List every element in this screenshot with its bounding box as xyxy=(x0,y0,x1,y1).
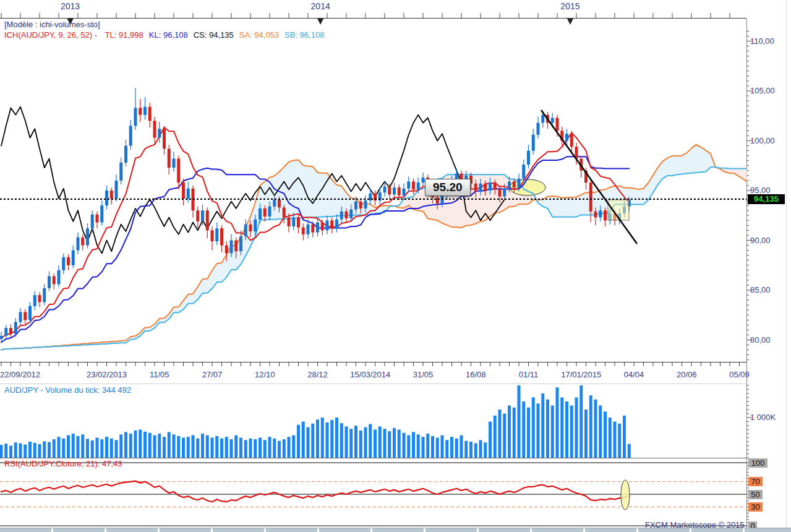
volume-bar xyxy=(326,423,329,458)
candle xyxy=(148,107,152,121)
rsi-level-badge: 70 xyxy=(748,477,763,486)
volume-bar xyxy=(230,439,233,458)
volume-bar xyxy=(211,438,214,458)
volume-bar xyxy=(628,444,631,458)
candle xyxy=(316,223,319,233)
volume-bar xyxy=(168,432,171,458)
volume-bar xyxy=(450,437,453,458)
volume-bar xyxy=(436,438,439,458)
volume-bar xyxy=(599,406,602,458)
volume-bar xyxy=(215,436,218,458)
candle xyxy=(321,223,324,231)
candle xyxy=(206,210,209,230)
candle xyxy=(594,212,597,218)
candle xyxy=(494,182,497,189)
candle xyxy=(33,295,36,306)
candle xyxy=(86,228,89,245)
volume-panel-title: AUD/JPY - Volume du tick: 344 492 xyxy=(4,385,131,395)
price-axis-label: 95,00 xyxy=(750,186,771,195)
volume-bar xyxy=(589,395,592,458)
candle xyxy=(124,146,127,163)
candle xyxy=(4,328,7,336)
volume-bar xyxy=(445,440,448,458)
volume-bar xyxy=(0,445,3,458)
volume-bar xyxy=(565,401,568,458)
rsi-panel-title: RSI(AUD/JPY.Cloture, 21): 47,43 xyxy=(4,459,122,468)
candle xyxy=(522,165,525,179)
price-callout[interactable]: 95.20 xyxy=(425,179,471,196)
candle xyxy=(268,207,272,217)
volume-bar xyxy=(14,442,17,458)
volume-bar xyxy=(594,400,597,458)
volume-bar xyxy=(508,406,511,458)
candle xyxy=(311,225,314,233)
volume-bar xyxy=(105,437,108,458)
readout-segment: SB: 96,108 xyxy=(284,30,324,40)
volume-bar xyxy=(72,434,75,458)
volume-bar xyxy=(225,437,228,458)
candle xyxy=(503,189,506,197)
date-axis-label: 15/03/2014 xyxy=(341,370,400,379)
volume-bar xyxy=(374,430,377,458)
rsi-level-badge: 100 xyxy=(748,458,767,468)
candle xyxy=(62,257,65,270)
candle xyxy=(77,238,80,251)
volume-bar xyxy=(43,441,46,458)
volume-bar xyxy=(153,435,156,458)
candle xyxy=(143,107,147,115)
candle xyxy=(604,210,607,220)
candle xyxy=(220,228,223,245)
volume-bar xyxy=(254,439,257,458)
candle xyxy=(244,225,247,236)
candle xyxy=(288,217,291,226)
candle xyxy=(599,210,602,217)
volume-bar xyxy=(9,446,12,458)
volume-bar xyxy=(196,439,199,458)
candle xyxy=(225,246,228,254)
candle xyxy=(43,288,46,302)
readout-segment: KL: 96,108 xyxy=(149,30,188,40)
candle xyxy=(215,228,218,241)
volume-bar xyxy=(398,430,401,458)
volume-bar xyxy=(58,437,61,458)
date-axis-label: 05/09 xyxy=(710,370,769,379)
candle xyxy=(182,182,185,199)
volume-bar xyxy=(77,436,80,458)
horizontal-scrollbar[interactable] xyxy=(0,528,791,532)
candle xyxy=(48,276,51,288)
fxcm-marketscope-window: 201320142015110,00105,00100,0095,0090,00… xyxy=(0,0,791,532)
volume-bar xyxy=(220,439,223,458)
candle xyxy=(53,276,56,284)
candle xyxy=(158,129,161,137)
volume-bar xyxy=(239,438,242,458)
volume-bar xyxy=(292,435,295,458)
volume-bar xyxy=(297,425,300,458)
candle xyxy=(403,189,406,195)
candle xyxy=(139,108,142,114)
price-axis-label: 85,00 xyxy=(750,285,771,294)
volume-bar xyxy=(330,420,333,458)
volume-bar xyxy=(321,418,324,458)
candle xyxy=(474,184,477,192)
date-axis-label: 27/07 xyxy=(182,370,242,379)
volume-bar xyxy=(139,430,142,458)
candle xyxy=(364,200,367,208)
volume-bar xyxy=(24,445,27,458)
volume-bar xyxy=(244,440,247,458)
volume-bar xyxy=(86,439,89,458)
volume-bar xyxy=(546,400,549,458)
volume-bar xyxy=(441,435,444,458)
volume-bar xyxy=(201,434,204,458)
price-axis-label: 105,00 xyxy=(750,86,775,95)
volume-bar xyxy=(575,398,578,458)
candle xyxy=(153,121,156,137)
volume-bar xyxy=(489,422,492,458)
volume-bar xyxy=(173,434,176,458)
volume-bar xyxy=(431,436,434,458)
chart-canvas[interactable] xyxy=(0,0,791,532)
volume-bar xyxy=(460,435,463,458)
candle xyxy=(383,187,387,193)
candle xyxy=(489,182,492,191)
candle xyxy=(119,163,122,181)
volume-bar xyxy=(19,444,22,458)
